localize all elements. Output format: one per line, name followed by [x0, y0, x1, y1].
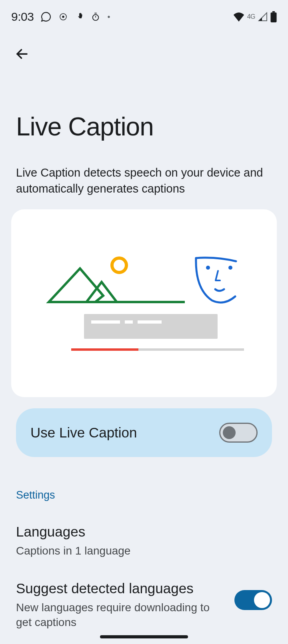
- arrow-left-icon: [15, 47, 29, 61]
- languages-title: Languages: [16, 524, 272, 540]
- svg-point-10: [206, 266, 210, 270]
- back-button[interactable]: [12, 44, 32, 64]
- status-right: 4G: [233, 11, 277, 22]
- toggle-switch-on[interactable]: [234, 590, 272, 610]
- languages-subtitle: Captions in 1 language: [16, 544, 272, 558]
- suggest-subtitle: New languages require downloading to get…: [16, 600, 226, 630]
- signal-icon: [258, 12, 268, 22]
- svg-point-1: [62, 16, 64, 18]
- hand-icon: [75, 12, 84, 22]
- svg-rect-15: [138, 320, 162, 324]
- use-live-caption-toggle[interactable]: Use Live Caption: [16, 408, 272, 457]
- whatsapp-icon: [41, 12, 51, 22]
- svg-rect-14: [125, 320, 133, 324]
- more-icon: •: [107, 12, 110, 22]
- record-icon: [58, 12, 68, 22]
- svg-rect-6: [272, 11, 275, 12]
- page-title: Live Caption: [16, 112, 272, 141]
- timer-icon: [91, 12, 100, 22]
- svg-rect-17: [71, 348, 138, 351]
- network-label: 4G: [247, 13, 255, 20]
- svg-rect-13: [91, 320, 120, 324]
- svg-rect-5: [270, 12, 276, 22]
- suggest-title: Suggest detected languages: [16, 580, 226, 596]
- caption-illustration: [11, 209, 277, 397]
- svg-point-11: [228, 266, 232, 270]
- illustration-card: [11, 209, 277, 397]
- status-time: 9:03: [11, 10, 34, 24]
- page-description: Live Caption detects speech on your devi…: [16, 165, 272, 197]
- battery-icon: [270, 11, 277, 22]
- svg-point-8: [112, 258, 126, 272]
- setting-languages[interactable]: Languages Captions in 1 language: [16, 524, 272, 558]
- status-bar: 9:03 •: [0, 0, 288, 28]
- section-header-settings: Settings: [16, 489, 272, 501]
- status-left: 9:03 •: [11, 10, 110, 24]
- setting-suggest-languages[interactable]: Suggest detected languages New languages…: [16, 580, 272, 630]
- main-toggle-label: Use Live Caption: [30, 425, 137, 441]
- navigation-handle[interactable]: [100, 635, 188, 638]
- svg-rect-12: [84, 314, 218, 339]
- wifi-icon: [233, 12, 245, 22]
- toggle-switch-off[interactable]: [219, 423, 258, 443]
